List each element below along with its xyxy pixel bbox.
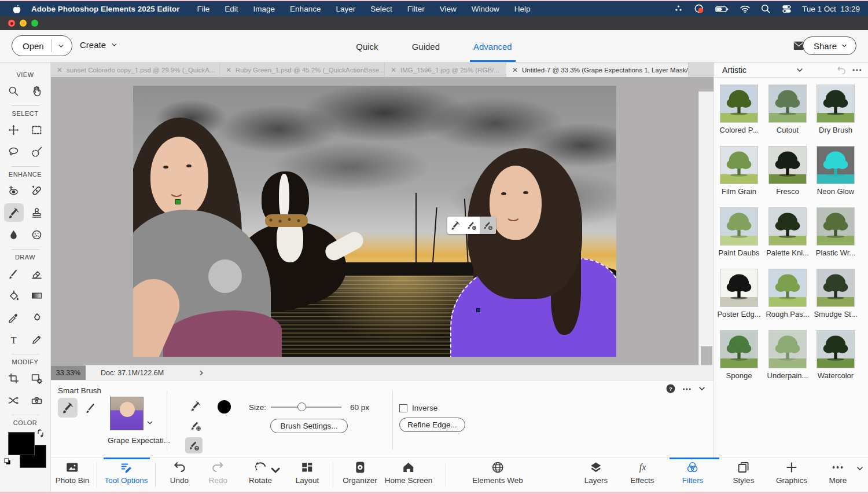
- filter-thumbnail[interactable]: [768, 85, 807, 123]
- menu-select[interactable]: Select: [370, 5, 392, 13]
- menu-edit[interactable]: Edit: [225, 5, 238, 13]
- move-tool[interactable]: [4, 120, 24, 139]
- battery-icon[interactable]: [715, 3, 730, 14]
- filter-thumbnail[interactable]: [720, 207, 758, 246]
- tool-options-button[interactable]: Tool Options: [104, 460, 148, 485]
- document-tab[interactable]: ✕IMG_1596_1.jpg @ 25% (RGB/...: [385, 63, 506, 77]
- blur-tool[interactable]: [4, 225, 24, 244]
- help-icon[interactable]: ?: [665, 383, 676, 394]
- scrollbar-thumb[interactable]: [701, 346, 712, 365]
- elements-web-button[interactable]: Elements Web: [472, 460, 523, 485]
- menu-filter[interactable]: Filter: [407, 5, 425, 13]
- undo-button[interactable]: Undo: [170, 460, 189, 485]
- menu-window[interactable]: Window: [472, 5, 499, 13]
- default-colors-icon[interactable]: [3, 458, 12, 466]
- tab-close-icon[interactable]: ✕: [512, 66, 518, 74]
- apple-menu-icon[interactable]: [8, 3, 25, 14]
- canvas-image[interactable]: [133, 86, 616, 357]
- crop-tool[interactable]: [4, 369, 24, 387]
- filter-thumbnail[interactable]: [768, 269, 807, 307]
- smart-brush-add-button[interactable]: [464, 217, 480, 234]
- preset-thumbnail[interactable]: [110, 397, 144, 430]
- eraser-tool[interactable]: [27, 264, 47, 283]
- rotate-button[interactable]: Rotate: [249, 460, 272, 485]
- eyedropper-tool[interactable]: [4, 308, 24, 327]
- quick-selection-tool[interactable]: [27, 142, 47, 161]
- layout-button[interactable]: Layout: [296, 460, 319, 485]
- zoom-level[interactable]: 33.33%: [51, 365, 86, 380]
- tab-close-icon[interactable]: ✕: [226, 66, 231, 74]
- filter-thumbnail[interactable]: [768, 207, 807, 246]
- preset-dropdown-icon[interactable]: [146, 419, 154, 427]
- more-button[interactable]: More: [829, 460, 847, 485]
- paint-bucket-tool[interactable]: [4, 286, 24, 305]
- filter-thumbnail[interactable]: [720, 146, 758, 184]
- zoom-window-button[interactable]: [31, 20, 38, 27]
- menu-enhance[interactable]: Enhance: [290, 5, 321, 13]
- gradient-tool[interactable]: [27, 286, 47, 305]
- smart-brush-subtract-button[interactable]: [480, 217, 496, 234]
- document-tab-active[interactable]: ✕Untitled-7 @ 33.3% (Grape Expectations …: [506, 63, 689, 77]
- brush-settings-button[interactable]: Brush Settings...: [270, 419, 348, 433]
- graphics-button[interactable]: Graphics: [776, 460, 807, 485]
- tab-advanced[interactable]: Advanced: [471, 31, 514, 62]
- filter-thumbnail[interactable]: [816, 85, 855, 123]
- content-aware-move-tool[interactable]: [4, 391, 24, 409]
- status-expand-icon[interactable]: [197, 369, 205, 377]
- control-center-icon[interactable]: [781, 3, 792, 14]
- document-tab[interactable]: ✕sunset Colorado copy_1.psd @ 29.9% (_Qu…: [51, 63, 220, 77]
- menu-file[interactable]: File: [197, 5, 210, 13]
- brush-tip-preview[interactable]: [218, 400, 231, 414]
- filter-thumbnail[interactable]: [720, 85, 758, 123]
- filter-thumbnail[interactable]: [768, 146, 807, 184]
- foreground-color-swatch[interactable]: [8, 432, 35, 455]
- home-screen-button[interactable]: Home Screen: [385, 460, 433, 485]
- styles-button[interactable]: Styles: [733, 460, 755, 485]
- tab-close-icon[interactable]: ✕: [57, 66, 62, 74]
- close-window-button[interactable]: [8, 20, 15, 27]
- sponge-tool[interactable]: [27, 225, 47, 244]
- size-slider-knob[interactable]: [297, 402, 306, 411]
- clone-stamp-tool[interactable]: [27, 203, 47, 222]
- document-tab[interactable]: ✕Ruby Green_1.psd @ 45.2% (_QuickActionB…: [220, 63, 385, 77]
- panel-options-icon[interactable]: [682, 384, 692, 394]
- more-expand-icon[interactable]: [855, 464, 865, 473]
- filters-button[interactable]: Filters: [682, 460, 704, 485]
- tab-quick[interactable]: Quick: [354, 31, 380, 62]
- apps-cluster-icon[interactable]: [673, 3, 684, 14]
- filter-thumbnail[interactable]: [720, 269, 758, 307]
- reset-filter-icon[interactable]: [836, 65, 847, 75]
- menu-image[interactable]: Image: [253, 5, 275, 13]
- tab-close-icon[interactable]: ✕: [391, 66, 396, 74]
- lasso-tool[interactable]: [4, 142, 24, 161]
- swap-colors-icon[interactable]: [36, 429, 45, 438]
- spotlight-icon[interactable]: [760, 3, 771, 14]
- marquee-tool[interactable]: [27, 120, 47, 139]
- hand-tool[interactable]: [27, 82, 47, 100]
- menubar-clock[interactable]: Tue 1 Oct 13:29: [802, 5, 860, 13]
- size-slider[interactable]: [271, 407, 341, 408]
- vertical-scrollbar[interactable]: [698, 92, 713, 365]
- menu-layer[interactable]: Layer: [336, 5, 355, 13]
- panel-menu-icon[interactable]: [851, 64, 863, 76]
- add-to-selection-button[interactable]: [187, 418, 204, 434]
- smart-brush-new-button[interactable]: [447, 217, 464, 234]
- effects-button[interactable]: fxEffects: [630, 460, 654, 485]
- category-dropdown-icon[interactable]: [795, 65, 804, 75]
- menu-view[interactable]: View: [440, 5, 457, 13]
- inverse-checkbox[interactable]: [399, 404, 407, 412]
- brush-tool[interactable]: [4, 264, 24, 283]
- refine-edge-button[interactable]: Refine Edge...: [399, 418, 465, 432]
- filter-thumbnail[interactable]: [768, 330, 807, 368]
- layers-button[interactable]: Layers: [584, 460, 608, 485]
- spot-healing-tool[interactable]: [27, 181, 47, 200]
- photo-bin-button[interactable]: Photo Bin: [56, 460, 90, 485]
- redo-button[interactable]: Redo: [209, 460, 227, 485]
- filter-thumbnail[interactable]: [816, 146, 855, 184]
- subtract-from-selection-button[interactable]: [185, 437, 203, 453]
- organizer-button[interactable]: Organizer: [343, 460, 377, 485]
- new-selection-button[interactable]: [187, 398, 204, 414]
- type-tool[interactable]: T: [4, 330, 24, 349]
- filter-thumbnail[interactable]: [816, 330, 855, 368]
- zoom-tool[interactable]: [4, 82, 24, 100]
